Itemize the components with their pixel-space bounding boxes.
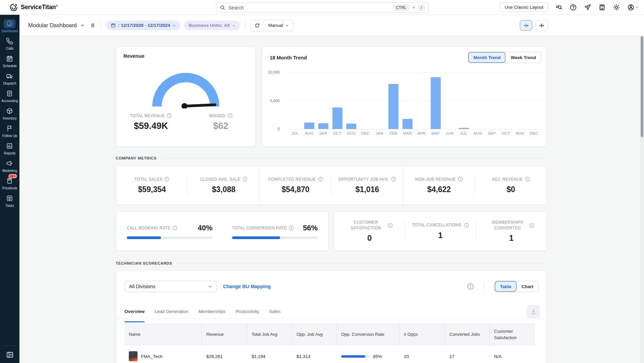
technician-scorecards-section-header: TECHNICIAN SCORECARDS — [116, 261, 547, 265]
y-axis-label: 5,000 — [270, 99, 280, 103]
month-trend-tab[interactable]: Month Trend — [468, 52, 505, 63]
info-icon[interactable] — [164, 177, 169, 182]
whats-new-rocket-icon[interactable] — [584, 4, 591, 11]
info-icon[interactable] — [529, 223, 534, 228]
advanced-search-icon[interactable] — [555, 4, 562, 11]
table-row-fma-tech[interactable]: FMA_Tech$26,261$1,194$1,31385%2017N/A — [124, 345, 535, 363]
info-icon[interactable] — [289, 225, 294, 230]
settings-gear-icon[interactable] — [613, 4, 620, 11]
column-header-total-job-avg[interactable]: Total Job Avg — [247, 324, 292, 345]
sidebar-item-dispatch[interactable]: Dispatch — [1, 72, 18, 85]
column-header-opp-conversion-rate[interactable]: Opp. Conversion Rate — [337, 324, 399, 345]
page-scrollbar-thumb[interactable] — [641, 36, 643, 137]
metric-opportunity-job-avg: OPPORTUNITY JOB AVG.$1,016 — [331, 166, 403, 205]
sidebar-expand-icon[interactable] — [6, 351, 14, 359]
tab-productivity[interactable]: Productivity — [236, 308, 259, 319]
sidebar-item-marketing[interactable]: Marketing — [1, 159, 18, 173]
column-header-customer-satisfaction[interactable]: Customer Satisfaction — [490, 324, 535, 345]
sidebar-item-calls[interactable]: Calls — [1, 37, 18, 50]
info-icon[interactable] — [464, 223, 469, 228]
download-button[interactable] — [527, 305, 540, 318]
missed-label: MISSED — [209, 114, 225, 118]
gauge-chart — [144, 63, 228, 108]
help-icon[interactable] — [570, 4, 577, 11]
search-icon — [220, 5, 225, 10]
business-units-filter[interactable]: Business Units: All — [184, 20, 240, 30]
metric-value: $3,088 — [212, 185, 235, 194]
bookmark-icon[interactable] — [90, 22, 96, 29]
y-axis: 10,000 5,000 0 — [262, 72, 283, 129]
sidebar-item-follow-up[interactable]: Follow Up — [1, 124, 18, 138]
date-range-filter[interactable]: : 12/17/2020 - 12/17/2024 — [106, 20, 180, 30]
info-icon[interactable] — [318, 177, 323, 182]
info-icon[interactable] — [525, 177, 530, 182]
info-icon[interactable] — [391, 177, 396, 182]
tab-memberships[interactable]: Memberships — [199, 308, 226, 319]
sidebar-item-tasks[interactable]: Tasks — [1, 194, 18, 208]
change-bu-mapping-link[interactable]: Change BU Mapping — [223, 284, 271, 289]
info-icon[interactable] — [167, 113, 172, 118]
collapse-columns-button[interactable] — [520, 20, 532, 31]
cell-value: 17 — [449, 354, 454, 359]
sidebar-item-reports[interactable]: Reports — [1, 141, 18, 155]
trend-period-toggle: Month Trend Week Trend — [468, 52, 541, 63]
info-icon[interactable] — [388, 223, 393, 228]
sidebar-divider — [3, 346, 16, 346]
account-menu[interactable] — [627, 4, 639, 11]
refresh-mode-select[interactable]: Manual — [264, 23, 293, 28]
conversion-value: 85% — [373, 354, 382, 359]
x-axis-label: SEP — [488, 131, 496, 135]
info-icon[interactable] — [243, 177, 248, 182]
counter-memberships-converted: MEMBERSHIPS CONVERTED1 — [476, 212, 547, 251]
sidebar-item-schedule[interactable]: Schedule — [1, 54, 18, 68]
week-trend-tab[interactable]: Week Trend — [505, 52, 541, 63]
use-classic-layout-button[interactable]: Use Classic Layout — [500, 2, 548, 12]
sidebar-item-inventory[interactable]: Inventory — [1, 106, 18, 120]
sidebar-item-pricebook[interactable]: 99+Pricebook — [1, 176, 18, 190]
missed-value: $62 — [213, 121, 228, 131]
info-icon[interactable] — [227, 113, 232, 118]
dashboard-selector[interactable]: Modular Dashboard — [28, 22, 85, 29]
rates-card: CALL BOOKING RATE40%TOTAL CONVERSION RAT… — [116, 212, 329, 251]
metric-completed-revenue: COMPLETED REVENUE$54,870 — [260, 166, 331, 205]
column-header-revenue[interactable]: Revenue — [202, 324, 247, 345]
chevron-down-icon — [285, 24, 289, 27]
x-axis-label: SEP — [319, 131, 327, 135]
x-axis-label: OCT — [333, 131, 341, 135]
column-header-name[interactable]: Name — [124, 324, 202, 345]
division-filter-select[interactable]: All Divisions — [124, 281, 217, 292]
counter-value: 1 — [509, 233, 514, 243]
info-icon[interactable] — [172, 225, 177, 230]
page-scrollbar[interactable] — [640, 36, 644, 363]
download-icon — [530, 309, 537, 315]
global-search[interactable]: CTRL + / — [216, 2, 429, 13]
sidebar-item-accounting[interactable]: Accounting — [1, 89, 18, 103]
reports-icon — [4, 141, 15, 150]
tab-lead-generation[interactable]: Lead Generation — [155, 308, 189, 319]
dashboard-name: Modular Dashboard — [28, 22, 77, 29]
info-icon[interactable] — [458, 177, 463, 182]
column-header-opp-job-avg[interactable]: Opp. Job Avg — [292, 324, 337, 345]
search-input[interactable] — [228, 5, 390, 10]
table-view-tab[interactable]: Table — [495, 281, 516, 292]
counter-label: MEMBERSHIPS CONVERTED — [488, 220, 527, 231]
column-header-opps[interactable]: # Opps — [399, 324, 445, 345]
account-icon — [627, 4, 635, 11]
tasks-icon — [4, 194, 15, 203]
revenue-stats: TOTAL REVENUE $59.49K MISSED $62 — [116, 113, 256, 131]
refresh-button[interactable] — [251, 20, 264, 31]
metric-value: $54,870 — [281, 185, 309, 194]
counter-value: 1 — [438, 231, 442, 240]
expand-columns-button[interactable] — [535, 20, 548, 31]
chart-view-tab[interactable]: Chart — [517, 281, 538, 292]
column-header-converted-jobs[interactable]: Converted Jobs — [445, 324, 490, 345]
cell-value: $26,261 — [206, 354, 223, 359]
tab-overview[interactable]: Overview — [124, 308, 145, 319]
info-icon[interactable] — [467, 283, 474, 290]
marketplace-icon[interactable] — [598, 4, 606, 11]
y-axis-label: 0 — [278, 127, 280, 131]
sidebar-item-dashboard[interactable]: Dashboard — [1, 19, 18, 33]
tab-sales[interactable]: Sales — [269, 308, 280, 319]
cell-name: FMA_Tech — [124, 351, 202, 361]
servicetitan-logo[interactable]: ServiceTitan® — [9, 3, 58, 12]
